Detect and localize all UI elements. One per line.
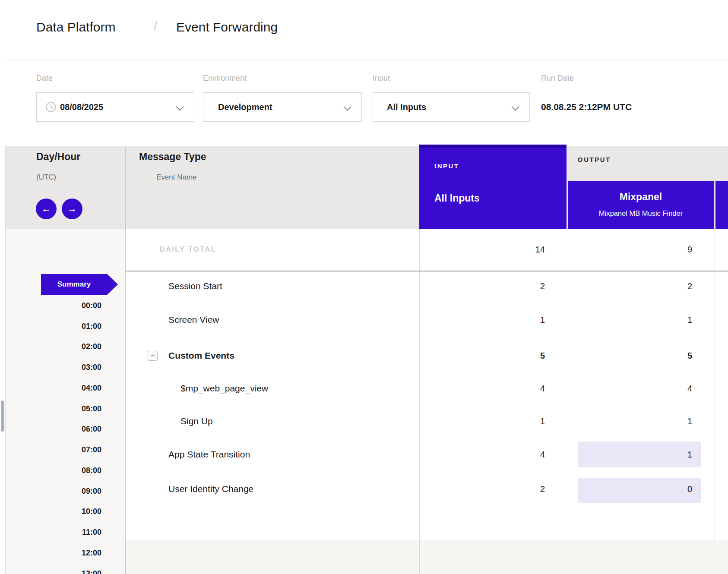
hour-row-1100[interactable]: 11:00: [26, 522, 101, 542]
daily-total-label: DAILY TOTAL: [160, 237, 216, 262]
row-label-sign-up: Sign Up: [180, 405, 213, 438]
hour-row-0800[interactable]: 08:00: [26, 460, 101, 481]
input-value-mp-web-page-view: 4: [450, 372, 545, 405]
hour-row-0400[interactable]: 04:00: [26, 378, 101, 398]
output-column-header-mixpanel: Mixpanel Mixpanel MB Music Finder: [568, 181, 714, 229]
output-group-label: OUTPUT: [578, 154, 611, 166]
output-value-session-start: 2: [597, 270, 692, 303]
output-column-next-partial: [715, 181, 728, 229]
header-divider: [4, 60, 728, 60]
previous-day-button[interactable]: ←: [36, 199, 57, 219]
output-column-name: Mixpanel: [568, 191, 714, 203]
column-divider-input-output: [568, 229, 568, 574]
output-column-subtitle: Mixpanel MB Music Finder: [568, 208, 714, 218]
hour-row-0100[interactable]: 01:00: [26, 316, 101, 337]
summary-label: Summary: [41, 274, 107, 295]
hour-row-0300[interactable]: 03:00: [26, 357, 101, 378]
message-type-header: Message Type: [139, 150, 206, 163]
right-arrow-icon: →: [67, 203, 77, 214]
output-value-screen-view: 1: [597, 303, 692, 336]
row-label-screen-view: Screen View: [168, 303, 219, 336]
input-column-name: All Inputs: [434, 192, 480, 204]
table-left-border: [5, 146, 6, 574]
day-hour-subtitle: (UTC): [36, 172, 56, 183]
summary-row-selector[interactable]: Summary: [41, 274, 118, 295]
column-divider-message-input: [419, 229, 420, 574]
input-dropdown[interactable]: All Inputs: [373, 92, 530, 122]
date-filter-label: Date: [36, 73, 53, 84]
row-label-session-start: Session Start: [168, 270, 222, 303]
minus-icon: −: [151, 352, 155, 359]
event-forwarding-page: Data Platform / Event Forwarding Date En…: [0, 0, 728, 574]
sidebar-divider: [125, 146, 126, 574]
row-label-user-identity-change: User Identity Change: [168, 473, 253, 505]
input-value-custom-events: 5: [450, 339, 545, 372]
input-value-session-start: 2: [450, 270, 545, 303]
hour-row-1300[interactable]: 13:00: [26, 563, 101, 574]
input-column-top-strip: [419, 145, 567, 148]
chevron-down-icon: [176, 103, 184, 110]
output-value-mp-web-page-view: 4: [597, 372, 692, 405]
date-dropdown[interactable]: 08/08/2025: [36, 92, 194, 122]
output-value-user-identity-change: 0: [597, 473, 692, 505]
input-filter-label: Input: [373, 73, 390, 84]
hour-row-0000[interactable]: 00:00: [26, 295, 101, 316]
input-dropdown-value: All Inputs: [387, 93, 426, 121]
daily-total-input-value: 14: [450, 233, 545, 266]
environment-dropdown[interactable]: Development: [203, 92, 362, 122]
hour-row-0700[interactable]: 07:00: [26, 439, 101, 460]
environment-filter-label: Environment: [203, 73, 247, 84]
chevron-down-icon: [343, 103, 351, 110]
chevron-down-icon: [511, 103, 519, 110]
run-date-label: Run Date: [541, 73, 574, 84]
input-value-screen-view: 1: [450, 303, 545, 336]
row-label-mp-web-page-view: $mp_web_page_view: [180, 372, 268, 405]
breadcrumb-page-title: Event Forwarding: [176, 17, 278, 37]
hour-row-0900[interactable]: 09:00: [26, 481, 101, 501]
output-value-sign-up: 1: [597, 405, 692, 438]
input-value-app-state-transition: 4: [450, 438, 545, 471]
hour-row-0200[interactable]: 02:00: [26, 336, 101, 357]
hour-row-0600[interactable]: 06:00: [26, 419, 101, 439]
input-value-sign-up: 1: [450, 405, 545, 438]
breadcrumb-section[interactable]: Data Platform: [36, 17, 115, 37]
daily-total-output-value: 9: [597, 233, 692, 266]
input-group-label: INPUT: [434, 160, 459, 172]
event-name-subtitle: Event Name: [156, 172, 197, 183]
date-dropdown-value: 08/08/2025: [60, 93, 103, 121]
input-column-header: INPUT All Inputs: [419, 148, 567, 229]
output-value-app-state-transition: 1: [597, 438, 692, 471]
input-value-user-identity-change: 2: [450, 473, 545, 505]
day-hour-header: Day/Hour: [36, 150, 80, 163]
column-divider-output-next: [715, 229, 715, 574]
row-label-app-state-transition: App State Transition: [168, 438, 250, 471]
hour-row-1200[interactable]: 12:00: [26, 542, 101, 563]
output-value-custom-events: 5: [597, 339, 692, 372]
collapse-toggle-custom-events[interactable]: −: [148, 351, 158, 361]
left-arrow-icon: ←: [41, 203, 51, 214]
table-footer-area: [126, 540, 728, 574]
row-label-custom-events: Custom Events: [168, 339, 234, 372]
hour-row-1000[interactable]: 10:00: [26, 501, 101, 522]
clock-icon: [45, 101, 57, 113]
hour-row-0500[interactable]: 05:00: [26, 398, 101, 419]
next-day-button[interactable]: →: [62, 199, 82, 219]
run-date-value: 08.08.25 2:12PM UTC: [541, 92, 632, 122]
scrollbar-thumb[interactable]: [1, 401, 4, 432]
breadcrumb-separator: /: [154, 16, 157, 36]
environment-dropdown-value: Development: [218, 93, 272, 121]
